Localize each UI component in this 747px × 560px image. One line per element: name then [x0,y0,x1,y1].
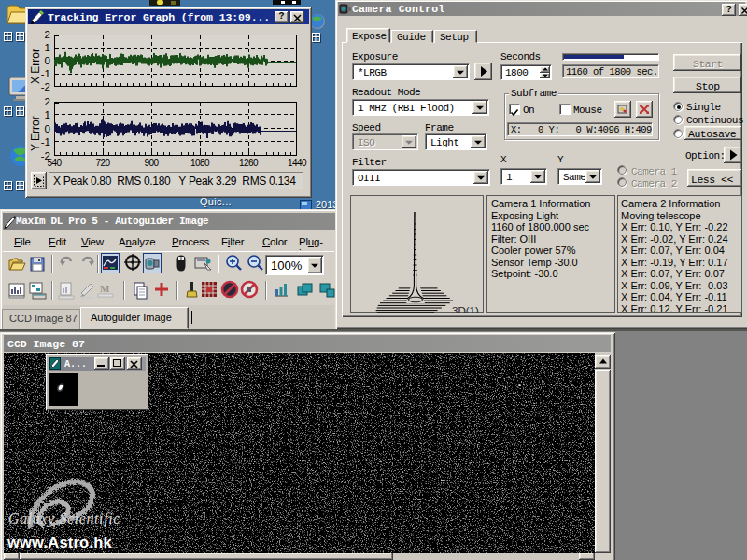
svg-text:3D(1): 3D(1) [452,305,479,313]
svg-text:M: M [100,283,110,294]
